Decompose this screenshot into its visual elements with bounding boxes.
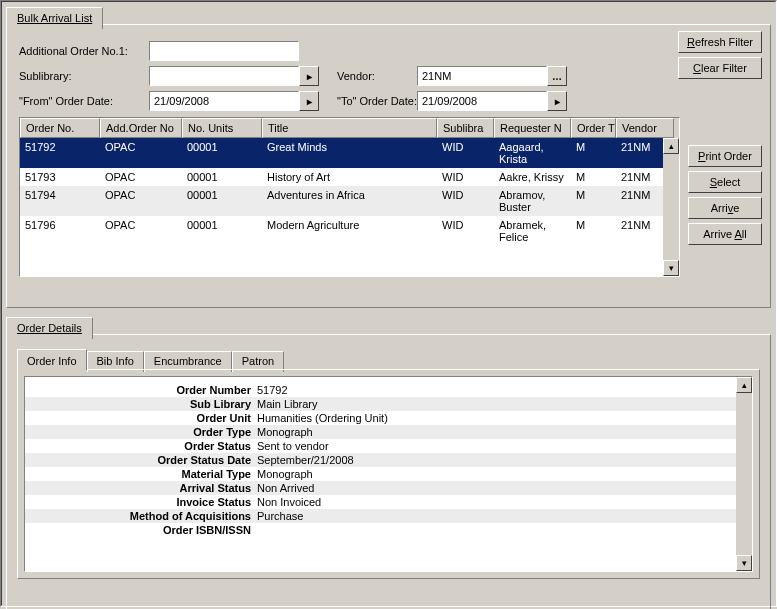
- scroll-up-icon[interactable]: ▴: [736, 377, 752, 393]
- table-row[interactable]: 51796OPAC00001Modern AgricultureWIDAbram…: [20, 216, 679, 246]
- col-requester[interactable]: Requester N: [494, 118, 571, 138]
- detail-key: Sub Library: [25, 398, 255, 410]
- to-date-button[interactable]: ▸: [547, 91, 567, 111]
- table-cell: 51794: [20, 186, 100, 216]
- arrow-right-icon: ▸: [307, 96, 312, 107]
- table-cell: OPAC: [100, 186, 182, 216]
- col-units[interactable]: No. Units: [182, 118, 262, 138]
- table-cell: Aakre, Krissy: [494, 168, 571, 186]
- table-row[interactable]: 51792OPAC00001Great MindsWIDAagaard, Kri…: [20, 138, 679, 168]
- sublibrary-input[interactable]: [149, 66, 299, 86]
- detail-value: Monograph: [255, 426, 736, 438]
- table-cell: Modern Agriculture: [262, 216, 437, 246]
- detail-key: Order Status: [25, 440, 255, 452]
- action-buttons: Print Order Select Arrive Arrive All: [688, 145, 762, 245]
- detail-value: Purchase: [255, 510, 736, 522]
- detail-key: Order ISBN/ISSN: [25, 524, 255, 536]
- vendor-input[interactable]: [417, 66, 547, 86]
- filter-buttons: Refresh Filter Clear Filter: [678, 31, 762, 79]
- detail-value: 51792: [255, 384, 736, 396]
- order-details-panel: Order Details Order InfoBib InfoEncumbra…: [6, 334, 771, 609]
- table-cell: 51792: [20, 138, 100, 168]
- scroll-down-icon[interactable]: ▾: [736, 555, 752, 571]
- table-cell: 51793: [20, 168, 100, 186]
- details-scrollbar[interactable]: ▴ ▾: [736, 377, 752, 571]
- detail-row: Order Number51792: [25, 383, 736, 397]
- table-cell: M: [571, 168, 616, 186]
- detail-row: Order ISBN/ISSN: [25, 523, 736, 537]
- table-cell: M: [571, 138, 616, 168]
- inner-tab-order-info[interactable]: Order Info: [17, 349, 87, 370]
- detail-value: Monograph: [255, 468, 736, 480]
- detail-key: Order Type: [25, 426, 255, 438]
- col-sublibrary[interactable]: Sublibra: [437, 118, 494, 138]
- detail-row: Order TypeMonograph: [25, 425, 736, 439]
- to-date-label: "To" Order Date:: [337, 95, 417, 107]
- table-cell: Adventures in Africa: [262, 186, 437, 216]
- arrive-all-button[interactable]: Arrive All: [688, 223, 762, 245]
- detail-key: Method of Acquisitions: [25, 510, 255, 522]
- arrow-right-icon: ▸: [555, 96, 560, 107]
- detail-row: Method of AcquisitionsPurchase: [25, 509, 736, 523]
- from-date-input[interactable]: [149, 91, 299, 111]
- detail-row: Arrival StatusNon Arrived: [25, 481, 736, 495]
- col-vendor[interactable]: Vendor: [616, 118, 674, 138]
- table-cell: WID: [437, 168, 494, 186]
- table-cell: Aagaard, Krista: [494, 138, 571, 168]
- tab-bulk-arrival[interactable]: Bulk Arrival List: [6, 7, 103, 29]
- table-row[interactable]: 51793OPAC00001History of ArtWIDAakre, Kr…: [20, 168, 679, 186]
- vendor-browse-button[interactable]: …: [547, 66, 567, 86]
- table-cell: OPAC: [100, 168, 182, 186]
- from-date-label: "From" Order Date:: [19, 95, 149, 107]
- detail-row: Order Status DateSeptember/21/2008: [25, 453, 736, 467]
- detail-value: Main Library: [255, 398, 736, 410]
- table-cell: OPAC: [100, 138, 182, 168]
- detail-value: Non Invoiced: [255, 496, 736, 508]
- col-add-order[interactable]: Add.Order No: [100, 118, 182, 138]
- detail-value: Humanities (Ordering Unit): [255, 412, 736, 424]
- detail-key: Order Unit: [25, 412, 255, 424]
- tab-order-details[interactable]: Order Details: [6, 317, 93, 339]
- filter-area: Additional Order No.1: Sublibrary: ▸ Ven…: [7, 35, 770, 111]
- detail-key: Order Status Date: [25, 454, 255, 466]
- col-order-type[interactable]: Order T: [571, 118, 616, 138]
- table-cell: Abramov, Buster: [494, 186, 571, 216]
- col-title[interactable]: Title: [262, 118, 437, 138]
- detail-value: Sent to vendor: [255, 440, 736, 452]
- table-row[interactable]: 51794OPAC00001Adventures in AfricaWIDAbr…: [20, 186, 679, 216]
- table-cell: WID: [437, 138, 494, 168]
- detail-key: Invoice Status: [25, 496, 255, 508]
- scroll-down-icon[interactable]: ▾: [663, 260, 679, 276]
- orders-table: Order No. Add.Order No No. Units Title S…: [19, 117, 680, 277]
- detail-row: Order StatusSent to vendor: [25, 439, 736, 453]
- detail-value: [255, 524, 736, 536]
- col-order-no[interactable]: Order No.: [20, 118, 100, 138]
- detail-key: Order Number: [25, 384, 255, 396]
- detail-key: Arrival Status: [25, 482, 255, 494]
- from-date-button[interactable]: ▸: [299, 91, 319, 111]
- additional-order-label: Additional Order No.1:: [19, 45, 149, 57]
- detail-row: Material TypeMonograph: [25, 467, 736, 481]
- table-scrollbar[interactable]: ▴ ▾: [663, 138, 679, 276]
- table-body: 51792OPAC00001Great MindsWIDAagaard, Kri…: [20, 138, 679, 246]
- detail-value: Non Arrived: [255, 482, 736, 494]
- print-order-button[interactable]: Print Order: [688, 145, 762, 167]
- table-cell: 00001: [182, 138, 262, 168]
- refresh-filter-button[interactable]: Refresh Filter: [678, 31, 762, 53]
- table-cell: WID: [437, 216, 494, 246]
- table-cell: M: [571, 186, 616, 216]
- table-cell: WID: [437, 186, 494, 216]
- scroll-up-icon[interactable]: ▴: [663, 138, 679, 154]
- select-button[interactable]: Select: [688, 171, 762, 193]
- detail-key: Material Type: [25, 468, 255, 480]
- additional-order-input[interactable]: [149, 41, 299, 61]
- table-cell: Great Minds: [262, 138, 437, 168]
- to-date-input[interactable]: [417, 91, 547, 111]
- sublibrary-dropdown-button[interactable]: ▸: [299, 66, 319, 86]
- table-header: Order No. Add.Order No No. Units Title S…: [20, 118, 679, 138]
- clear-filter-button[interactable]: Clear Filter: [678, 57, 762, 79]
- bulk-arrival-panel: Bulk Arrival List Refresh Filter Clear F…: [6, 24, 771, 308]
- ellipsis-icon: …: [552, 71, 562, 82]
- arrive-button[interactable]: Arrive: [688, 197, 762, 219]
- table-cell: Abramek, Felice: [494, 216, 571, 246]
